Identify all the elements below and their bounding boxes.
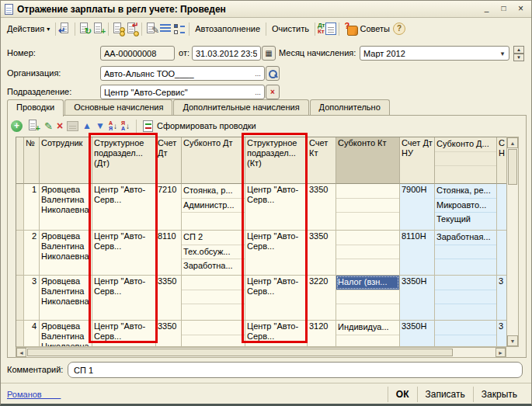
cell-dept-dt[interactable]: Центр "Авто-Серв... [92, 276, 156, 321]
unpost-document-icon[interactable]: ↵ [125, 22, 139, 36]
cell-subconto-kt[interactable] [336, 231, 400, 276]
cell-account-kt[interactable]: 3220 [308, 276, 336, 321]
subconto-line[interactable] [336, 184, 399, 198]
cell-account-dt[interactable]: 8110 [156, 231, 182, 276]
vertical-scroll-thumb[interactable] [508, 149, 517, 185]
cell-subconto-dt[interactable] [182, 321, 245, 347]
register-records-icon[interactable] [325, 23, 336, 35]
horizontal-scroll-thumb[interactable] [27, 349, 453, 356]
tab-dopolnitelnye-nachisleniya[interactable]: Дополнительные начисления [173, 99, 308, 115]
department-input[interactable] [101, 85, 252, 99]
subconto-line[interactable] [182, 290, 245, 304]
close-button[interactable]: × [514, 3, 527, 15]
save-button[interactable]: Записать [417, 387, 473, 402]
cell-subconto-dt-nu[interactable] [435, 276, 497, 321]
cell-marker[interactable] [16, 231, 24, 276]
cell-employee[interactable]: Яровцева Валентина Николаевна [40, 276, 92, 321]
department-select-button[interactable]: ... [252, 85, 264, 99]
cell-dept-kt[interactable]: Центр "Авто-Серв... [245, 184, 308, 231]
spin-up-button[interactable]: ▲ [513, 46, 524, 54]
col-header-dept-dt[interactable]: Структурное подраздел... (Дт) [92, 137, 156, 184]
author-link[interactable]: Романов____ [7, 390, 61, 399]
subconto-line[interactable]: Стоянка, р... [182, 184, 245, 198]
subconto-line[interactable] [336, 259, 399, 272]
subconto-line[interactable] [435, 304, 496, 318]
subconto-line[interactable]: Заработна... [182, 259, 245, 272]
cell-employee[interactable]: Яровцева Валентина Николаевна [40, 184, 92, 231]
calendar-button[interactable]: ▦ [262, 46, 276, 61]
date-input[interactable] [193, 47, 260, 60]
cell-dept-dt[interactable]: Центр "Авто-Серв... [92, 321, 156, 347]
col-header-account-kt-nu[interactable]: С Н [497, 137, 506, 184]
autofill-button[interactable]: Автозаполнение [192, 23, 263, 35]
move-down-button[interactable]: ▼ [96, 121, 105, 130]
edit-row-button[interactable]: ✎ [44, 120, 53, 132]
col-header-subconto-dt-nu[interactable]: Субконто Д... [435, 137, 497, 184]
col-header-account-kt[interactable]: Счет Кт [308, 137, 336, 184]
minimize-button[interactable]: _ [480, 3, 493, 15]
subconto-line[interactable] [336, 231, 399, 245]
cell-num[interactable]: 3 [24, 276, 40, 321]
cell-account-kt-nu[interactable] [497, 231, 506, 276]
advice-button[interactable]: ?Советы [342, 21, 393, 37]
cell-dept-dt[interactable]: Центр "Авто-Серв... [92, 184, 156, 231]
delete-row-button[interactable]: × [57, 120, 63, 131]
subconto-line[interactable] [182, 276, 245, 290]
cell-subconto-dt[interactable]: Стоянка, р...Администр... [182, 184, 245, 231]
cell-employee[interactable]: Яровцева Валентина Николаевна [40, 231, 92, 276]
cell-account-dt[interactable]: 7210 [156, 184, 182, 231]
month-dropdown-button[interactable]: ▾ [496, 47, 509, 60]
organization-select-button[interactable]: ... [252, 67, 264, 80]
subconto-line[interactable] [435, 245, 496, 259]
ok-button[interactable]: ОК [388, 387, 417, 402]
subconto-line[interactable] [435, 290, 496, 304]
cell-account-dt-nu[interactable]: 3350Н [400, 276, 435, 321]
subconto-line[interactable] [182, 335, 245, 347]
scroll-up-button[interactable]: ▲ [507, 137, 518, 148]
subconto-line[interactable] [336, 245, 399, 259]
col-header-employee[interactable]: Сотрудник [40, 137, 92, 184]
scroll-left-button[interactable]: ◄ [16, 348, 26, 357]
write-document-icon[interactable]: ↵ [58, 22, 72, 36]
sort-descending-button[interactable]: ЯА↓ [121, 120, 130, 131]
cell-account-dt[interactable]: 3350 [156, 321, 182, 347]
subconto-line[interactable] [336, 304, 399, 318]
move-up-button[interactable]: ▲ [82, 121, 92, 130]
month-input[interactable] [360, 47, 496, 60]
cell-subconto-dt[interactable]: СП 2Тех.обсуж...Заработна... [182, 231, 245, 276]
copy-document-icon[interactable]: + [92, 22, 106, 36]
edit-document-icon[interactable]: ✎ [144, 22, 158, 36]
subconto-line[interactable]: Тех.обсуж... [182, 245, 245, 259]
checkbox-list-icon[interactable] [172, 22, 186, 36]
cell-marker[interactable] [16, 276, 24, 321]
cell-num[interactable]: 2 [24, 231, 40, 276]
cell-account-kt[interactable]: 3350 [308, 184, 336, 231]
col-header-account-dt[interactable]: Счет Дт [156, 137, 182, 184]
generate-postings-button[interactable]: Сформировать проводки [157, 121, 256, 130]
clear-button[interactable]: Очистить [269, 23, 312, 35]
organization-open-button[interactable] [266, 66, 280, 81]
vertical-scrollbar[interactable]: ▲ ▼ [506, 137, 519, 347]
subconto-line[interactable] [336, 198, 399, 212]
cell-account-kt-nu[interactable] [497, 184, 506, 231]
cell-employee[interactable]: Яровцева Валентина Николаевна [40, 321, 92, 347]
subconto-line[interactable] [435, 259, 496, 272]
subconto-line[interactable] [435, 276, 496, 290]
subconto-line[interactable] [435, 335, 496, 347]
col-header-num[interactable]: № [24, 137, 40, 184]
subconto-line[interactable]: Стоянка, ре... [435, 184, 496, 198]
cell-account-kt-nu[interactable]: 3 [497, 276, 506, 321]
subconto-line[interactable]: Микроавто... [435, 198, 496, 212]
actions-menu-button[interactable]: Действия▾ [4, 23, 53, 35]
cell-subconto-kt[interactable] [336, 184, 400, 231]
cell-subconto-dt-nu[interactable]: Заработная... [435, 231, 497, 276]
cell-account-kt[interactable]: 3350 [308, 231, 336, 276]
cell-marker[interactable] [16, 321, 24, 347]
subconto-line[interactable]: Администр... [182, 198, 245, 212]
comment-input[interactable] [68, 363, 522, 377]
subconto-line[interactable] [336, 290, 399, 304]
cell-account-dt-nu[interactable]: 7900Н [400, 184, 435, 231]
col-header-subconto-dt[interactable]: Субконто Дт [182, 137, 245, 184]
add-row-button[interactable]: + [11, 120, 23, 132]
cell-account-dt-nu[interactable]: 3350Н [400, 321, 435, 347]
